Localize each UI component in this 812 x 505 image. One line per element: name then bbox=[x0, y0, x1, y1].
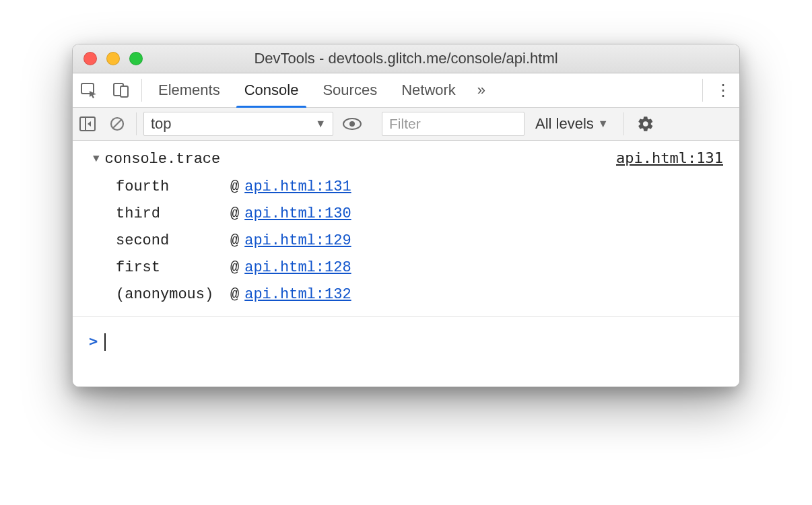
tab-sources[interactable]: Sources bbox=[310, 73, 389, 107]
prompt-caret-icon: > bbox=[89, 328, 98, 356]
stack-frame: second @ api.html:129 bbox=[116, 228, 739, 255]
svg-point-8 bbox=[349, 121, 355, 127]
console-trace-entry: ▼ console.trace api.html:131 fourth @ ap… bbox=[73, 141, 739, 317]
tab-label: Console bbox=[244, 81, 299, 99]
stack-frame: (anonymous) @ api.html:132 bbox=[116, 281, 739, 308]
divider bbox=[623, 112, 624, 135]
svg-line-6 bbox=[113, 120, 121, 128]
kebab-icon: ⋮ bbox=[715, 81, 731, 100]
gear-icon bbox=[637, 115, 654, 133]
stack-frame: fourth @ api.html:131 bbox=[116, 174, 739, 201]
source-link[interactable]: api.html:132 bbox=[244, 281, 351, 308]
at-glyph: @ bbox=[230, 201, 239, 228]
source-link[interactable]: api.html:131 bbox=[244, 174, 351, 201]
source-link[interactable]: api.html:128 bbox=[244, 255, 351, 281]
stack-frame-function: fourth bbox=[116, 174, 230, 201]
svg-rect-2 bbox=[121, 86, 128, 97]
window-title: DevTools - devtools.glitch.me/console/ap… bbox=[73, 50, 739, 67]
stack-frame: third @ api.html:130 bbox=[116, 201, 739, 228]
source-link[interactable]: api.html:130 bbox=[244, 201, 351, 228]
devtools-window: DevTools - devtools.glitch.me/console/ap… bbox=[72, 44, 740, 387]
chevron-down-icon: ▼ bbox=[315, 118, 326, 130]
more-tabs-button[interactable]: » bbox=[468, 81, 495, 99]
source-link[interactable]: api.html:129 bbox=[244, 228, 351, 255]
at-glyph: @ bbox=[230, 255, 239, 281]
execution-context-value: top bbox=[151, 115, 172, 133]
at-glyph: @ bbox=[230, 281, 239, 308]
log-levels-select[interactable]: All levels ▼ bbox=[525, 115, 619, 133]
at-glyph: @ bbox=[230, 174, 239, 201]
tab-elements[interactable]: Elements bbox=[146, 73, 232, 107]
tab-label: Sources bbox=[323, 81, 377, 99]
console-output: ▼ console.trace api.html:131 fourth @ ap… bbox=[73, 141, 739, 386]
stack-frame-function: third bbox=[116, 201, 230, 228]
devtools-tabs-bar: Elements Console Sources Network » ⋮ bbox=[73, 73, 739, 108]
clear-console-button[interactable] bbox=[102, 116, 132, 132]
execution-context-select[interactable]: top ▼ bbox=[143, 112, 333, 136]
console-toolbar: top ▼ All levels ▼ bbox=[73, 108, 739, 141]
window-controls bbox=[83, 52, 143, 65]
titlebar: DevTools - devtools.glitch.me/console/ap… bbox=[73, 44, 739, 73]
console-prompt[interactable]: > bbox=[73, 317, 739, 356]
tab-label: Network bbox=[401, 81, 456, 99]
toggle-console-sidebar-button[interactable] bbox=[73, 116, 102, 131]
chevron-down-icon: ▼ bbox=[598, 118, 609, 130]
source-link[interactable]: api.html:131 bbox=[616, 145, 723, 172]
stack-frame: first @ api.html:128 bbox=[116, 255, 739, 281]
tab-network[interactable]: Network bbox=[389, 73, 468, 107]
disclosure-triangle-icon[interactable]: ▼ bbox=[93, 145, 100, 172]
text-cursor bbox=[104, 333, 106, 351]
devtools-menu-button[interactable]: ⋮ bbox=[707, 81, 739, 100]
stack-frame-function: second bbox=[116, 228, 230, 255]
minimize-window-button[interactable] bbox=[106, 52, 120, 65]
divider bbox=[136, 112, 137, 135]
trace-label: console.trace bbox=[105, 146, 221, 173]
device-toolbar-icon[interactable] bbox=[105, 81, 137, 99]
console-settings-button[interactable] bbox=[628, 115, 663, 133]
divider bbox=[702, 79, 703, 102]
chevron-right-double-icon: » bbox=[477, 81, 485, 98]
divider bbox=[141, 79, 142, 102]
live-expression-button[interactable] bbox=[333, 117, 371, 131]
tab-console[interactable]: Console bbox=[232, 73, 311, 107]
inspect-element-icon[interactable] bbox=[73, 81, 105, 99]
zoom-window-button[interactable] bbox=[129, 52, 143, 65]
at-glyph: @ bbox=[230, 228, 239, 255]
stack-frame-function: (anonymous) bbox=[116, 281, 230, 308]
close-window-button[interactable] bbox=[83, 52, 97, 65]
log-levels-label: All levels bbox=[535, 115, 594, 133]
stack-frame-function: first bbox=[116, 255, 230, 281]
filter-input[interactable] bbox=[382, 112, 525, 136]
tab-label: Elements bbox=[158, 81, 220, 99]
